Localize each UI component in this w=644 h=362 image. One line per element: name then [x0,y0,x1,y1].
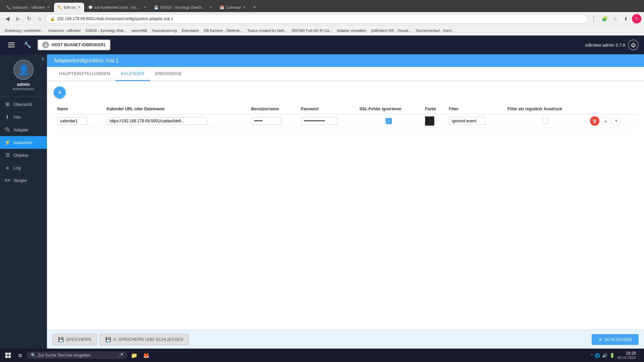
tab-close-calendar[interactable]: ✕ [243,5,246,10]
filter-input[interactable] [449,117,486,125]
svg-rect-0 [5,353,8,355]
move-down-button[interactable]: ▼ [611,116,621,126]
browser-tab-ical[interactable]: 💬 ical funktioniert nicht - keine ... ✕ [85,3,150,12]
bookmark-einleitung[interactable]: Einleitung | verdrahtet... [3,28,46,33]
save-button[interactable]: 💾 SPEICHERN [52,334,97,345]
tab-label-ds918: DS918 - Synology DiskStation [160,5,207,9]
taskview-button[interactable]: ⧉ [15,350,25,361]
sidebar-item-instanzen[interactable]: ⚡ Instanzen [0,136,47,149]
sidebar-item-skripte[interactable]: <> Skripte [0,174,47,187]
time-display[interactable]: 18:28 06.04.2020 [618,351,636,360]
col-header-password: Passwort [298,104,356,114]
move-up-button[interactable]: ▲ [601,116,610,126]
cell-filter-regex [504,114,587,128]
bookmark-db[interactable]: DB Karriere - Stellenb... [202,28,245,33]
action-buttons: 🗑 ▲ ▼ [590,116,634,126]
host-label: HOST BUANET-IOBROKER1 [52,43,106,47]
objekte-label: Objekte [13,153,29,158]
nav-forward-button[interactable]: ▶ [13,14,23,23]
col-header-url: Kalender URL oder Dateiname [103,104,248,114]
bookmark-sonnenverlauf[interactable]: Sonnenverlauf - Sonn... [414,28,457,33]
sidebar-item-info[interactable]: ℹ Info [0,111,47,123]
user-label: ioBroker.admin 3.7.8 [585,43,625,48]
tab-haupteinstellungen[interactable]: HAUPTEINSTELLUNGEN [54,67,115,81]
file-explorer-button[interactable]: 📁 [129,350,140,361]
cell-color [422,114,445,128]
bookmark-instances[interactable]: instances - ioBroker [46,28,83,33]
browser-tab-calendar[interactable]: 📅 Calendar ✕ [216,3,250,12]
cell-ssl: ✓ [356,114,422,128]
name-input[interactable] [57,117,87,125]
nav-home-button[interactable]: ⌂ [35,14,44,23]
bookmark-haussteuerung[interactable]: Haussteuerung [150,28,179,33]
tab-label-editvis: Edit vis [64,5,75,9]
host-button[interactable]: ⏻ HOST BUANET-IOBROKER1 [38,40,110,50]
show-desktop-button[interactable] [639,350,641,361]
nav-refresh-button[interactable]: ↻ [24,14,34,23]
app-wrapper: 🔧 ⏻ HOST BUANET-IOBROKER1 ioBroker.admin… [0,36,644,349]
log-label: Log [13,165,21,170]
volume-icon: 🔊 [602,353,607,358]
sidebar-close-icon[interactable]: ✕ [41,56,45,62]
tray-chevron[interactable]: ^ [591,353,593,357]
hamburger-icon[interactable] [5,39,17,51]
browser-tab-ds918[interactable]: 💾 DS918 - Synology DiskStation ✕ [151,3,216,12]
bookmark-adapter[interactable]: Adapter verwalten [335,28,369,33]
battery-icon: 🔋 [609,353,615,358]
security-icon: 🔒 [50,16,55,21]
save-close-button[interactable]: 💾 ✕ SPEICHERN UND SCHLIESSEN [100,334,189,345]
info-icon: ℹ [4,114,11,120]
bookmark-button[interactable]: ☆ [610,14,620,23]
start-button[interactable] [3,350,13,361]
network-icon: 🌐 [595,353,600,358]
url-input[interactable] [107,117,207,125]
tab-kalender[interactable]: KALENDER [115,67,150,81]
bookmark-vis[interactable]: [ioBroker] VIS - Visuali... [369,28,413,33]
browser-tab-editvis[interactable]: ✏️ Edit vis ✕ [54,3,84,12]
download-button[interactable]: ⬇ [621,14,631,23]
app-header-left: 🔧 ⏻ HOST BUANET-IOBROKER1 [5,39,110,51]
taskbar-search[interactable]: 🔍 Zur Suche Text hier eingeben 🎤 [27,352,127,359]
filter-regex-checkbox[interactable] [542,118,548,124]
address-bar-row: ◀ ▶ ↻ ⌂ 🔒 192.168.178.69:8081/#tab-insta… [0,12,644,25]
add-calendar-button[interactable]: + [54,86,66,99]
browser-menu-button[interactable]: ⋮ [589,14,598,23]
bookmark-eisenbahn[interactable]: Eisenbahn [179,28,201,33]
sidebar-username: admin [3,82,44,87]
tab-ereignisse[interactable]: EREIGNISSE [150,67,187,81]
bookmark-ds918[interactable]: DS918 - Synology Disk... [84,28,128,33]
bookmark-topics[interactable]: Topics created by Idefi... [245,28,289,33]
nav-back-button[interactable]: ◀ [3,14,12,23]
address-bar[interactable]: 🔒 192.168.178.69:8081/#tab-instances/con… [46,14,588,23]
delete-button[interactable]: 🗑 [590,116,599,126]
browser-tab-bar: 🔧 instances - ioBroker ✕ ✏️ Edit vis ✕ 💬… [0,0,644,12]
browser-taskbar-icon[interactable]: 🦊 [141,350,152,361]
sidebar-item-uebersicht[interactable]: ⊞ Übersicht [0,98,47,111]
tab-close-editvis[interactable]: ✕ [77,5,81,10]
wrench-icon[interactable]: 🔧 [21,39,34,51]
close-button[interactable]: ✕ SCHLIESSEN [592,334,639,345]
color-picker[interactable] [425,116,434,126]
cell-name [54,114,103,128]
tab-close-ds918[interactable]: ✕ [209,5,212,10]
adapter-label: Adapter [13,127,29,132]
search-placeholder-text: Zur Suche Text hier eingeben [38,353,91,358]
extensions-button[interactable]: 🧩 [600,14,609,23]
tab-close-instances[interactable]: ✕ [47,5,50,10]
system-tray: ^ 🌐 🔊 🔋 [591,353,615,358]
sidebar-item-adapter[interactable]: 🔌 Adapter [0,123,47,136]
calendar-table: Name Kalender URL oder Dateiname Benutze… [54,104,637,128]
browser-tab-instances[interactable]: 🔧 instances - ioBroker ✕ [3,3,53,12]
new-tab-button[interactable]: + [250,3,259,12]
username-input[interactable] [251,117,281,125]
profile-button[interactable]: F [632,14,641,23]
password-input[interactable] [301,117,338,125]
tab-close-ical[interactable]: ✕ [143,5,147,10]
sidebar-item-objekte[interactable]: ☰ Objekte [0,149,47,162]
sidebar-item-log[interactable]: ≡ Log [0,162,47,174]
power-icon[interactable]: ⏻ [628,40,639,50]
ssl-checkbox[interactable]: ✓ [386,118,392,124]
bookmark-instar[interactable]: INSTAR Full-HD IP-Ca... [290,28,334,33]
adapter-icon: 🔌 [4,127,11,133]
bookmark-openhab[interactable]: openHAB [129,28,149,33]
